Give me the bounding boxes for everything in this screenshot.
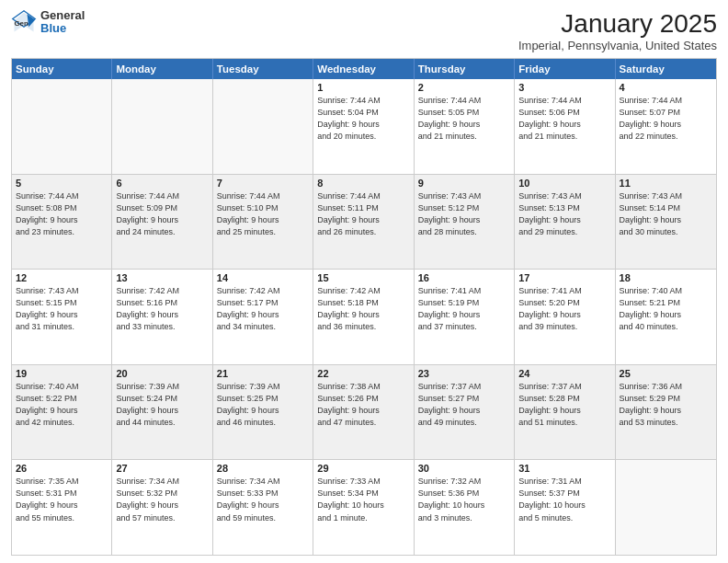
calendar-body: 1Sunrise: 7:44 AM Sunset: 5:04 PM Daylig… — [12, 79, 716, 555]
day-number: 16 — [418, 272, 510, 283]
day-info: Sunrise: 7:42 AM Sunset: 5:18 PM Dayligh… — [317, 285, 409, 333]
calendar-day-12: 12Sunrise: 7:43 AM Sunset: 5:15 PM Dayli… — [12, 270, 112, 364]
day-header-sunday: Sunday — [12, 59, 112, 79]
calendar-week-1: 1Sunrise: 7:44 AM Sunset: 5:04 PM Daylig… — [12, 79, 716, 175]
day-number: 7 — [217, 178, 309, 189]
calendar-empty-cell — [616, 460, 716, 555]
day-header-saturday: Saturday — [616, 59, 716, 79]
day-number: 2 — [418, 82, 510, 93]
calendar-day-25: 25Sunrise: 7:36 AM Sunset: 5:29 PM Dayli… — [616, 365, 716, 460]
day-header-friday: Friday — [515, 59, 615, 79]
day-info: Sunrise: 7:34 AM Sunset: 5:32 PM Dayligh… — [116, 476, 208, 523]
day-info: Sunrise: 7:44 AM Sunset: 5:04 PM Dayligh… — [317, 95, 409, 143]
day-info: Sunrise: 7:36 AM Sunset: 5:29 PM Dayligh… — [620, 381, 712, 429]
day-info: Sunrise: 7:44 AM Sunset: 5:08 PM Dayligh… — [16, 190, 108, 238]
day-number: 3 — [518, 82, 610, 93]
day-info: Sunrise: 7:35 AM Sunset: 5:31 PM Dayligh… — [16, 476, 108, 523]
day-number: 21 — [217, 368, 309, 379]
day-info: Sunrise: 7:44 AM Sunset: 5:09 PM Dayligh… — [116, 190, 208, 238]
day-info: Sunrise: 7:39 AM Sunset: 5:24 PM Dayligh… — [116, 381, 208, 429]
day-info: Sunrise: 7:37 AM Sunset: 5:27 PM Dayligh… — [418, 381, 510, 429]
calendar-week-5: 26Sunrise: 7:35 AM Sunset: 5:31 PM Dayli… — [12, 460, 716, 555]
day-info: Sunrise: 7:38 AM Sunset: 5:26 PM Dayligh… — [317, 381, 409, 429]
calendar-day-30: 30Sunrise: 7:32 AM Sunset: 5:36 PM Dayli… — [415, 460, 515, 555]
logo-text: General Blue — [40, 9, 85, 36]
calendar-day-10: 10Sunrise: 7:43 AM Sunset: 5:13 PM Dayli… — [515, 175, 615, 270]
day-number: 17 — [518, 272, 610, 283]
day-number: 22 — [317, 368, 409, 379]
day-number: 18 — [620, 272, 712, 283]
calendar-day-29: 29Sunrise: 7:33 AM Sunset: 5:34 PM Dayli… — [313, 460, 414, 555]
day-header-monday: Monday — [112, 59, 212, 79]
day-info: Sunrise: 7:33 AM Sunset: 5:34 PM Dayligh… — [317, 476, 409, 523]
day-number: 9 — [418, 178, 510, 189]
calendar-empty-cell — [112, 79, 212, 174]
day-number: 12 — [16, 272, 108, 283]
day-info: Sunrise: 7:31 AM Sunset: 5:37 PM Dayligh… — [518, 476, 610, 523]
calendar-day-27: 27Sunrise: 7:34 AM Sunset: 5:32 PM Dayli… — [112, 460, 212, 555]
calendar-day-18: 18Sunrise: 7:40 AM Sunset: 5:21 PM Dayli… — [616, 270, 716, 364]
calendar-day-22: 22Sunrise: 7:38 AM Sunset: 5:26 PM Dayli… — [313, 365, 414, 460]
calendar-day-7: 7Sunrise: 7:44 AM Sunset: 5:10 PM Daylig… — [213, 175, 313, 270]
day-number: 13 — [116, 272, 208, 283]
calendar-day-13: 13Sunrise: 7:42 AM Sunset: 5:16 PM Dayli… — [112, 270, 212, 364]
calendar-day-24: 24Sunrise: 7:37 AM Sunset: 5:28 PM Dayli… — [515, 365, 615, 460]
calendar-day-9: 9Sunrise: 7:43 AM Sunset: 5:12 PM Daylig… — [415, 175, 515, 270]
svg-text:Gen: Gen — [15, 19, 28, 28]
day-number: 19 — [16, 368, 108, 379]
calendar-week-2: 5Sunrise: 7:44 AM Sunset: 5:08 PM Daylig… — [12, 175, 716, 270]
calendar-day-31: 31Sunrise: 7:31 AM Sunset: 5:37 PM Dayli… — [515, 460, 615, 555]
calendar-week-3: 12Sunrise: 7:43 AM Sunset: 5:15 PM Dayli… — [12, 270, 716, 365]
calendar-day-23: 23Sunrise: 7:37 AM Sunset: 5:27 PM Dayli… — [415, 365, 515, 460]
day-info: Sunrise: 7:40 AM Sunset: 5:22 PM Dayligh… — [16, 381, 108, 429]
day-info: Sunrise: 7:43 AM Sunset: 5:13 PM Dayligh… — [518, 190, 610, 238]
calendar-day-3: 3Sunrise: 7:44 AM Sunset: 5:06 PM Daylig… — [515, 79, 615, 174]
calendar-day-16: 16Sunrise: 7:41 AM Sunset: 5:19 PM Dayli… — [415, 270, 515, 364]
day-info: Sunrise: 7:44 AM Sunset: 5:05 PM Dayligh… — [418, 95, 510, 143]
logo-blue-text: Blue — [40, 22, 85, 35]
calendar-day-5: 5Sunrise: 7:44 AM Sunset: 5:08 PM Daylig… — [12, 175, 112, 270]
calendar-day-4: 4Sunrise: 7:44 AM Sunset: 5:07 PM Daylig… — [616, 79, 716, 174]
day-number: 25 — [620, 368, 712, 379]
day-info: Sunrise: 7:42 AM Sunset: 5:17 PM Dayligh… — [217, 285, 309, 333]
calendar-day-19: 19Sunrise: 7:40 AM Sunset: 5:22 PM Dayli… — [12, 365, 112, 460]
logo: Gen General Blue — [11, 9, 85, 36]
calendar-day-2: 2Sunrise: 7:44 AM Sunset: 5:05 PM Daylig… — [415, 79, 515, 174]
day-number: 26 — [16, 463, 108, 474]
calendar-day-14: 14Sunrise: 7:42 AM Sunset: 5:17 PM Dayli… — [213, 270, 313, 364]
calendar-day-6: 6Sunrise: 7:44 AM Sunset: 5:09 PM Daylig… — [112, 175, 212, 270]
day-number: 24 — [518, 368, 610, 379]
calendar-week-4: 19Sunrise: 7:40 AM Sunset: 5:22 PM Dayli… — [12, 365, 716, 461]
day-info: Sunrise: 7:43 AM Sunset: 5:15 PM Dayligh… — [16, 285, 108, 333]
month-title: January 2025 — [518, 9, 717, 39]
day-number: 10 — [518, 178, 610, 189]
day-info: Sunrise: 7:41 AM Sunset: 5:20 PM Dayligh… — [518, 285, 610, 333]
day-number: 15 — [317, 272, 409, 283]
calendar-day-1: 1Sunrise: 7:44 AM Sunset: 5:04 PM Daylig… — [313, 79, 414, 174]
day-number: 30 — [418, 463, 510, 474]
day-info: Sunrise: 7:39 AM Sunset: 5:25 PM Dayligh… — [217, 381, 309, 429]
location: Imperial, Pennsylvania, United States — [518, 39, 717, 52]
day-number: 20 — [116, 368, 208, 379]
calendar-day-21: 21Sunrise: 7:39 AM Sunset: 5:25 PM Dayli… — [213, 365, 313, 460]
calendar-day-15: 15Sunrise: 7:42 AM Sunset: 5:18 PM Dayli… — [313, 270, 414, 364]
day-number: 4 — [620, 82, 712, 93]
day-info: Sunrise: 7:42 AM Sunset: 5:16 PM Dayligh… — [116, 285, 208, 333]
day-info: Sunrise: 7:43 AM Sunset: 5:12 PM Dayligh… — [418, 190, 510, 238]
day-number: 31 — [518, 463, 610, 474]
calendar-header: SundayMondayTuesdayWednesdayThursdayFrid… — [12, 59, 716, 79]
calendar-empty-cell — [12, 79, 112, 174]
calendar-day-8: 8Sunrise: 7:44 AM Sunset: 5:11 PM Daylig… — [313, 175, 414, 270]
day-info: Sunrise: 7:43 AM Sunset: 5:14 PM Dayligh… — [620, 190, 712, 238]
calendar-empty-cell — [213, 79, 313, 174]
calendar-day-26: 26Sunrise: 7:35 AM Sunset: 5:31 PM Dayli… — [12, 460, 112, 555]
day-number: 29 — [317, 463, 409, 474]
day-header-tuesday: Tuesday — [213, 59, 313, 79]
day-number: 28 — [217, 463, 309, 474]
day-number: 23 — [418, 368, 510, 379]
calendar: SundayMondayTuesdayWednesdayThursdayFrid… — [11, 58, 717, 556]
day-info: Sunrise: 7:37 AM Sunset: 5:28 PM Dayligh… — [518, 381, 610, 429]
day-info: Sunrise: 7:34 AM Sunset: 5:33 PM Dayligh… — [217, 476, 309, 523]
day-number: 6 — [116, 178, 208, 189]
page: Gen General Blue January 2025 Imperial, … — [0, 0, 728, 563]
